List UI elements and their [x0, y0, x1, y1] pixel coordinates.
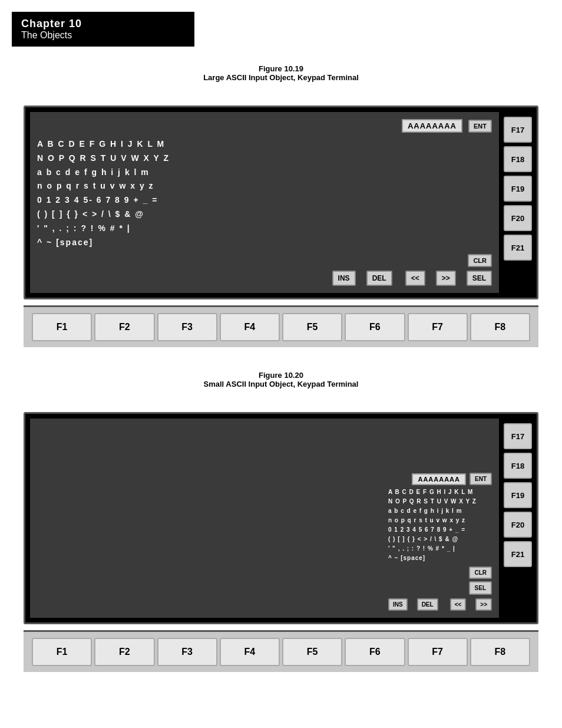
terminal1-f6[interactable]: F6 — [345, 313, 405, 341]
keyboard2-row-3: a b c d e f g h i j k l m — [388, 506, 492, 516]
terminal1-sel-button[interactable]: SEL — [467, 271, 492, 286]
terminal1-input[interactable]: AAAAAAAA — [402, 119, 462, 133]
terminal1-f3[interactable]: F3 — [157, 313, 217, 341]
terminal1-f5[interactable]: F5 — [282, 313, 342, 341]
figure2-description: Small ASCII Input Object, Keypad Termina… — [12, 380, 550, 388]
terminal1-ent-button[interactable]: ENT — [468, 120, 492, 133]
terminal1-f8[interactable]: F8 — [470, 313, 530, 341]
terminal1-ins-button[interactable]: INS — [332, 271, 356, 286]
terminal2-clr-button[interactable]: CLR — [469, 566, 492, 579]
terminal2-f6[interactable]: F6 — [345, 638, 405, 666]
terminal2-f5[interactable]: F5 — [282, 638, 342, 666]
terminal2-right-button[interactable]: >> — [475, 598, 492, 611]
keyboard-row-4: n o p q r s t u v w x y z — [37, 179, 492, 193]
terminal1-f7[interactable]: F7 — [408, 313, 468, 341]
figure1-caption: Figure 10.19 Large ASCII Input Object, K… — [12, 64, 550, 82]
terminal2-f19[interactable]: F19 — [504, 482, 532, 508]
terminal2-f3[interactable]: F3 — [157, 638, 217, 666]
terminal1-keyboard: A B C D E F G H I J K L M N O P Q R S T … — [37, 137, 492, 249]
terminal1-f1[interactable]: F1 — [32, 313, 92, 341]
chapter-subtitle: The Objects — [21, 30, 185, 41]
figure2-caption: Figure 10.20 Small ASCII Input Object, K… — [12, 371, 550, 388]
keyboard-row-1: A B C D E F G H I J K L M — [37, 137, 492, 151]
terminal2-ent-button[interactable]: ENT — [470, 473, 492, 485]
terminal2-f1[interactable]: F1 — [32, 638, 92, 666]
terminal1-clr-button[interactable]: CLR — [468, 254, 492, 267]
terminal2: AAAAAAAA ENT A B C D E F G H I J K L M N… — [24, 412, 538, 624]
terminal1-wrapper: AAAAAAAA ENT A B C D E F G H I J K L M N… — [24, 106, 538, 347]
terminal2-f4[interactable]: F4 — [220, 638, 280, 666]
terminal2-f21[interactable]: F21 — [504, 541, 532, 567]
terminal2-fkeys-right: F17 F18 F19 F20 F21 — [499, 419, 532, 618]
terminal2-sel-button[interactable]: SEL — [469, 581, 492, 595]
terminal2-main: AAAAAAAA ENT A B C D E F G H I J K L M N… — [30, 419, 499, 618]
keyboard2-row-1: A B C D E F G H I J K L M — [388, 487, 492, 497]
figure1-label: Figure 10.19 — [12, 64, 550, 73]
terminal2-f17[interactable]: F17 — [504, 423, 532, 449]
terminal2-ins-button[interactable]: INS — [388, 598, 408, 611]
keyboard-row-3: a b c d e f g h i j k l m — [37, 166, 492, 180]
terminal2-left-button[interactable]: << — [450, 598, 467, 611]
terminal1-right-button[interactable]: >> — [436, 271, 456, 286]
keyboard-row-2: N O P Q R S T U V W X Y Z — [37, 151, 492, 166]
terminal1: AAAAAAAA ENT A B C D E F G H I J K L M N… — [24, 106, 538, 299]
terminal2-bottom-keys: INS DEL << >> — [388, 598, 492, 611]
terminal2-del-button[interactable]: DEL — [417, 598, 438, 611]
terminal2-f7[interactable]: F7 — [408, 638, 468, 666]
keyboard2-row-4: n o p q r s t u v w x y z — [388, 516, 492, 525]
figure2-label: Figure 10.20 — [12, 371, 550, 380]
terminal1-f21[interactable]: F21 — [504, 235, 532, 261]
figure1-description: Large ASCII Input Object, Keypad Termina… — [12, 73, 550, 82]
chapter-header: Chapter 10 The Objects — [12, 12, 194, 47]
terminal1-left-button[interactable]: << — [405, 271, 425, 286]
terminal1-bottom-keys: INS DEL << >> SEL — [37, 271, 492, 286]
terminal1-main: AAAAAAAA ENT A B C D E F G H I J K L M N… — [30, 112, 499, 293]
terminal1-fkeys-right: F17 F18 F19 F20 F21 — [499, 112, 532, 293]
terminal1-top-row: AAAAAAAA ENT — [37, 119, 492, 133]
terminal2-f2[interactable]: F2 — [94, 638, 154, 666]
terminal2-keyboard: A B C D E F G H I J K L M N O P Q R S T … — [388, 487, 492, 563]
keyboard-row-7: ' " , . ; : ? ! % # * | — [37, 222, 492, 236]
keyboard2-row-5: 0 1 2 3 4 5 6 7 8 9 + _ = — [388, 525, 492, 535]
terminal2-f20[interactable]: F20 — [504, 512, 532, 538]
keyboard2-row-6: ( ) [ ] { } < > / \ $ & @ — [388, 535, 492, 544]
terminal2-f18[interactable]: F18 — [504, 453, 532, 479]
terminal2-wrapper: AAAAAAAA ENT A B C D E F G H I J K L M N… — [24, 412, 538, 672]
keyboard2-row-7: ' " , . ; : ? ! % # * _ | — [388, 544, 492, 554]
terminal1-f4[interactable]: F4 — [220, 313, 280, 341]
chapter-title: Chapter 10 — [21, 18, 185, 30]
terminal2-fkeys-bottom: F1 F2 F3 F4 F5 F6 F7 F8 — [24, 630, 538, 672]
terminal1-fkeys-bottom: F1 F2 F3 F4 F5 F6 F7 F8 — [24, 305, 538, 347]
keyboard-row-6: ( ) [ ] { } < > / \ $ & @ — [37, 207, 492, 222]
keyboard2-row-2: N O P Q R S T U V W X Y Z — [388, 497, 492, 506]
keyboard2-row-8: ^ ~ [space] — [388, 554, 492, 563]
keyboard-row-8: ^ ~ [space] — [37, 236, 492, 250]
terminal1-f17[interactable]: F17 — [504, 117, 532, 143]
terminal2-f8[interactable]: F8 — [470, 638, 530, 666]
terminal1-del-button[interactable]: DEL — [366, 271, 392, 286]
terminal1-f2[interactable]: F2 — [94, 313, 154, 341]
terminal1-f18[interactable]: F18 — [504, 146, 532, 172]
terminal1-f19[interactable]: F19 — [504, 176, 532, 202]
keyboard-row-5: 0 1 2 3 4 5- 6 7 8 9 + _ = — [37, 193, 492, 207]
terminal1-f20[interactable]: F20 — [504, 205, 532, 231]
terminal2-input[interactable]: AAAAAAAA — [412, 473, 466, 485]
